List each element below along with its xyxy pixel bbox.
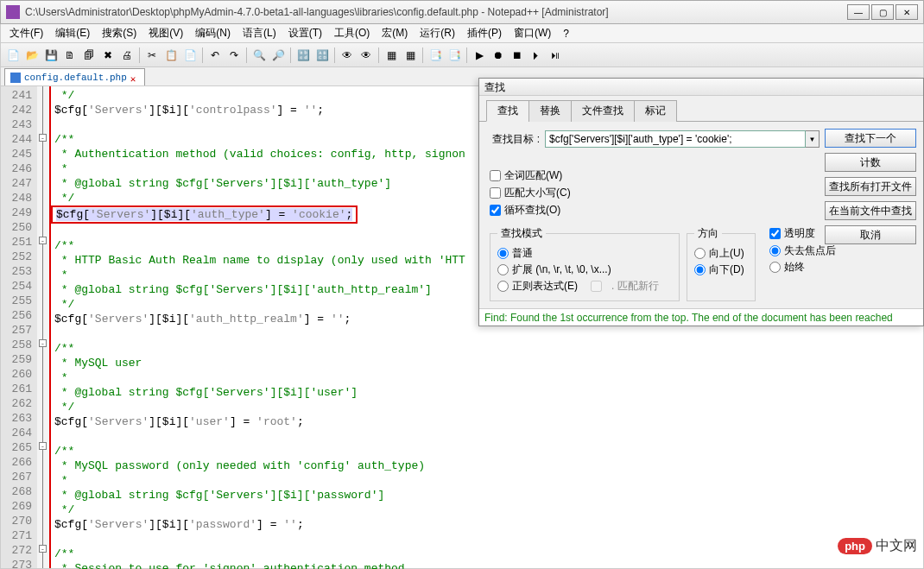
menu-item[interactable]: 设置(T)	[283, 24, 327, 42]
find-dialog-title: 查找	[479, 79, 923, 96]
find-all-open-button[interactable]: 查找所有打开文件	[825, 177, 916, 196]
toolbar-button[interactable]: ✂	[143, 47, 161, 64]
mode-extended-radio[interactable]: 扩展 (\n, \r, \t, \0, \x...)	[497, 262, 672, 277]
maximize-button[interactable]: ▢	[871, 4, 894, 20]
menu-item[interactable]: ?	[558, 26, 574, 41]
trans-always-radio[interactable]: 始终	[769, 260, 851, 275]
fold-toggle[interactable]: -	[39, 339, 47, 347]
toolbar-button[interactable]: 🗐	[80, 47, 98, 64]
menu-item[interactable]: 宏(M)	[377, 24, 413, 42]
wrap-around-checkbox[interactable]: 循环查找(O)	[490, 203, 645, 218]
fold-toggle[interactable]: -	[39, 442, 47, 450]
minimize-button[interactable]: —	[847, 4, 870, 20]
count-button[interactable]: 计数	[825, 153, 916, 172]
toolbar-button[interactable]: 🔠	[313, 47, 331, 64]
toolbar: 📄📂💾🗎🗐✖🖨✂📋📄↶↷🔍🔎🔡🔠👁👁▦▦📑📑▶⏺⏹⏵⏯	[0, 43, 924, 67]
watermark: php 中文网	[838, 537, 917, 555]
toolbar-button[interactable]: ▦	[402, 47, 419, 64]
close-button[interactable]: ✕	[896, 4, 918, 20]
toolbar-button[interactable]: 💾	[42, 47, 60, 64]
app-icon	[6, 5, 20, 19]
menu-item[interactable]: 语言(L)	[237, 24, 282, 42]
find-status-message: Find: Found the 1st occurrence from the …	[479, 308, 923, 326]
fold-toggle[interactable]: -	[39, 134, 47, 142]
toolbar-button[interactable]: ⏯	[547, 47, 564, 64]
fold-column: -----	[37, 86, 49, 568]
toolbar-button[interactable]: 🔎	[269, 47, 287, 64]
menu-item[interactable]: 编码(N)	[190, 24, 236, 42]
toolbar-button[interactable]: 🖨	[118, 47, 136, 64]
menu-item[interactable]: 搜索(S)	[97, 24, 142, 42]
window-title: C:\Users\Administrator\Desktop\phpMyAdmi…	[25, 6, 847, 18]
find-in-current-button[interactable]: 在当前文件中查找	[825, 201, 916, 220]
toolbar-button[interactable]: ▦	[383, 47, 400, 64]
menu-item[interactable]: 工具(O)	[329, 24, 375, 42]
find-target-label: 查找目标 :	[490, 132, 545, 147]
toolbar-button[interactable]: ⏵	[528, 47, 545, 64]
direction-group: 方向 向上(U) 向下(D)	[687, 226, 756, 301]
toolbar-button[interactable]: 📑	[446, 47, 463, 64]
fold-toggle[interactable]: -	[39, 545, 47, 553]
search-mode-group: 查找模式 普通 扩展 (\n, \r, \t, \0, \x...) 正则表达式…	[490, 226, 680, 301]
dir-down-radio[interactable]: 向下(D)	[694, 262, 748, 277]
toolbar-button[interactable]: 👁	[339, 47, 356, 64]
find-target-input[interactable]	[545, 130, 806, 148]
toolbar-button[interactable]: ▶	[471, 47, 488, 64]
toolbar-button[interactable]: 📄	[181, 47, 199, 64]
fold-toggle[interactable]: -	[39, 237, 47, 244]
whole-word-checkbox[interactable]: 全词匹配(W)	[490, 168, 645, 183]
dir-up-radio[interactable]: 向上(U)	[694, 246, 748, 261]
toolbar-button[interactable]: 🔡	[294, 47, 312, 64]
find-dialog: 查找 查找替换文件查找标记 查找目标 : ▼ 全词匹配(W) 匹配大小写(C) …	[478, 78, 924, 326]
menu-item[interactable]: 运行(R)	[415, 24, 460, 42]
toolbar-button[interactable]: ↷	[225, 47, 243, 64]
file-icon	[10, 73, 21, 83]
toolbar-button[interactable]: 📄	[4, 47, 22, 64]
find-tab[interactable]: 文件查找	[571, 100, 635, 122]
line-number-gutter: 2412422432442452462472482492502512522532…	[1, 86, 37, 568]
toolbar-button[interactable]: 📋	[162, 47, 180, 64]
trans-lose-focus-radio[interactable]: 失去焦点后	[769, 243, 851, 258]
close-tab-icon[interactable]: ✕	[130, 73, 139, 82]
title-bar: C:\Users\Administrator\Desktop\phpMyAdmi…	[0, 0, 924, 24]
change-marker	[49, 86, 51, 568]
toolbar-button[interactable]: 📑	[427, 47, 444, 64]
find-tab[interactable]: 查找	[486, 100, 529, 122]
toolbar-button[interactable]: 👁	[358, 47, 375, 64]
file-tab-label: config.default.php	[24, 73, 127, 83]
toolbar-button[interactable]: 📂	[23, 47, 41, 64]
match-case-checkbox[interactable]: 匹配大小写(C)	[490, 186, 645, 200]
find-next-button[interactable]: 查找下一个	[825, 129, 916, 148]
find-history-dropdown[interactable]: ▼	[806, 130, 820, 148]
toolbar-button[interactable]: ↶	[206, 47, 224, 64]
toolbar-button[interactable]: ⏹	[509, 47, 526, 64]
mode-normal-radio[interactable]: 普通	[497, 246, 672, 261]
menu-item[interactable]: 视图(V)	[143, 24, 188, 42]
find-tab[interactable]: 替换	[528, 100, 572, 122]
watermark-logo: php	[838, 538, 872, 554]
menu-item[interactable]: 窗口(W)	[509, 24, 556, 42]
mode-regex-radio[interactable]: 正则表达式(E) . 匹配新行	[497, 279, 672, 294]
file-tab[interactable]: config.default.php ✕	[4, 68, 145, 85]
toolbar-button[interactable]: 🔍	[250, 47, 268, 64]
menu-bar: 文件(F)编辑(E)搜索(S)视图(V)编码(N)语言(L)设置(T)工具(O)…	[0, 24, 924, 43]
menu-item[interactable]: 插件(P)	[462, 24, 507, 42]
find-tab[interactable]: 标记	[634, 100, 677, 122]
toolbar-button[interactable]: ✖	[99, 47, 117, 64]
find-tabs: 查找替换文件查找标记	[479, 96, 923, 122]
toolbar-button[interactable]: ⏺	[490, 47, 507, 64]
menu-item[interactable]: 文件(F)	[4, 24, 48, 42]
close-find-button[interactable]: 取消	[825, 225, 916, 244]
toolbar-button[interactable]: 🗎	[61, 47, 79, 64]
watermark-text: 中文网	[876, 537, 917, 555]
menu-item[interactable]: 编辑(E)	[50, 24, 95, 42]
